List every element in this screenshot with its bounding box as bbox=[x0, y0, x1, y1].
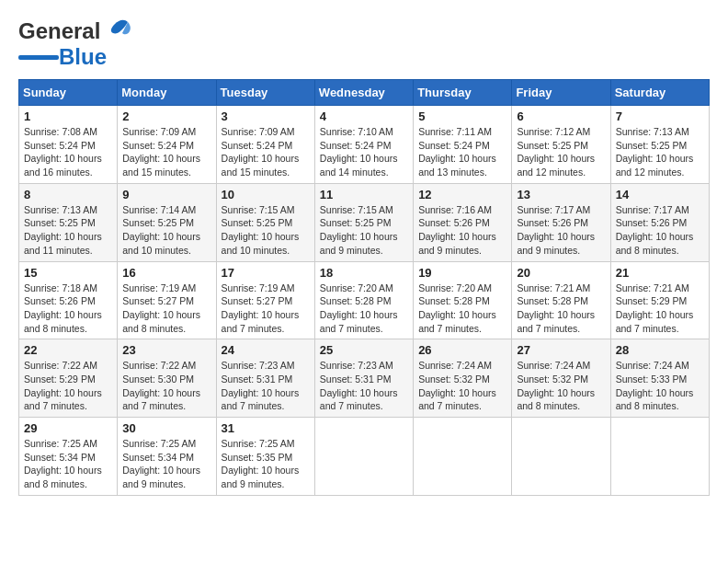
calendar-cell: 27 Sunrise: 7:24 AM Sunset: 5:32 PM Dayl… bbox=[512, 339, 610, 418]
calendar-cell: 7 Sunrise: 7:13 AM Sunset: 5:25 PM Dayli… bbox=[610, 106, 709, 184]
calendar-cell bbox=[512, 418, 610, 496]
calendar-cell: 24 Sunrise: 7:23 AM Sunset: 5:31 PM Dayl… bbox=[216, 339, 314, 418]
day-info: Sunrise: 7:15 AM Sunset: 5:25 PM Dayligh… bbox=[320, 204, 398, 256]
day-info: Sunrise: 7:10 AM Sunset: 5:24 PM Dayligh… bbox=[320, 126, 398, 178]
calendar-header-row: SundayMondayTuesdayWednesdayThursdayFrid… bbox=[19, 80, 710, 106]
logo-general: General bbox=[18, 18, 100, 44]
calendar-cell: 4 Sunrise: 7:10 AM Sunset: 5:24 PM Dayli… bbox=[314, 106, 413, 184]
calendar-week-row: 22 Sunrise: 7:22 AM Sunset: 5:29 PM Dayl… bbox=[19, 339, 710, 418]
day-number: 17 bbox=[222, 266, 310, 280]
day-info: Sunrise: 7:22 AM Sunset: 5:30 PM Dayligh… bbox=[122, 360, 200, 411]
day-number: 14 bbox=[616, 188, 704, 201]
day-info: Sunrise: 7:13 AM Sunset: 5:25 PM Dayligh… bbox=[24, 204, 102, 256]
day-info: Sunrise: 7:24 AM Sunset: 5:32 PM Dayligh… bbox=[418, 360, 496, 411]
day-info: Sunrise: 7:24 AM Sunset: 5:32 PM Dayligh… bbox=[517, 360, 595, 411]
day-info: Sunrise: 7:21 AM Sunset: 5:29 PM Dayligh… bbox=[616, 282, 694, 334]
calendar-body: 1 Sunrise: 7:08 AM Sunset: 5:24 PM Dayli… bbox=[19, 106, 710, 496]
weekday-header-sunday: Sunday bbox=[19, 80, 118, 106]
day-number: 18 bbox=[320, 266, 408, 280]
calendar-cell: 29 Sunrise: 7:25 AM Sunset: 5:34 PM Dayl… bbox=[19, 418, 118, 496]
day-number: 31 bbox=[222, 421, 310, 435]
calendar-week-row: 8 Sunrise: 7:13 AM Sunset: 5:25 PM Dayli… bbox=[19, 183, 710, 261]
calendar-cell: 5 Sunrise: 7:11 AM Sunset: 5:24 PM Dayli… bbox=[414, 106, 512, 184]
day-number: 8 bbox=[24, 188, 112, 201]
day-number: 7 bbox=[616, 109, 704, 123]
day-number: 1 bbox=[24, 109, 112, 123]
day-number: 27 bbox=[517, 343, 605, 357]
calendar-cell: 12 Sunrise: 7:16 AM Sunset: 5:26 PM Dayl… bbox=[414, 183, 512, 261]
calendar-cell: 2 Sunrise: 7:09 AM Sunset: 5:24 PM Dayli… bbox=[118, 106, 216, 184]
day-number: 25 bbox=[320, 343, 408, 357]
day-info: Sunrise: 7:25 AM Sunset: 5:35 PM Dayligh… bbox=[222, 438, 300, 489]
day-number: 23 bbox=[122, 343, 210, 357]
day-number: 29 bbox=[24, 421, 112, 435]
page-header: General Blue bbox=[18, 18, 710, 70]
calendar-cell bbox=[314, 418, 413, 496]
day-info: Sunrise: 7:20 AM Sunset: 5:28 PM Dayligh… bbox=[418, 282, 496, 334]
day-number: 13 bbox=[517, 188, 605, 201]
weekday-header-monday: Monday bbox=[118, 80, 216, 106]
day-info: Sunrise: 7:14 AM Sunset: 5:25 PM Dayligh… bbox=[122, 204, 200, 256]
day-info: Sunrise: 7:18 AM Sunset: 5:26 PM Dayligh… bbox=[24, 282, 102, 334]
day-info: Sunrise: 7:16 AM Sunset: 5:26 PM Dayligh… bbox=[418, 204, 496, 256]
day-info: Sunrise: 7:11 AM Sunset: 5:24 PM Dayligh… bbox=[418, 126, 496, 178]
day-number: 5 bbox=[418, 109, 506, 123]
calendar-cell: 15 Sunrise: 7:18 AM Sunset: 5:26 PM Dayl… bbox=[19, 261, 118, 339]
day-number: 3 bbox=[222, 109, 310, 123]
logo-blue: Blue bbox=[59, 44, 107, 70]
day-number: 20 bbox=[517, 266, 605, 280]
calendar-cell: 8 Sunrise: 7:13 AM Sunset: 5:25 PM Dayli… bbox=[19, 183, 118, 261]
day-number: 10 bbox=[222, 188, 310, 201]
day-info: Sunrise: 7:17 AM Sunset: 5:26 PM Dayligh… bbox=[517, 204, 595, 256]
day-number: 21 bbox=[616, 266, 704, 280]
day-info: Sunrise: 7:23 AM Sunset: 5:31 PM Dayligh… bbox=[320, 360, 398, 411]
day-info: Sunrise: 7:25 AM Sunset: 5:34 PM Dayligh… bbox=[122, 438, 200, 489]
logo: General Blue bbox=[18, 18, 131, 70]
calendar-cell: 13 Sunrise: 7:17 AM Sunset: 5:26 PM Dayl… bbox=[512, 183, 610, 261]
day-info: Sunrise: 7:09 AM Sunset: 5:24 PM Dayligh… bbox=[122, 126, 200, 178]
day-number: 30 bbox=[122, 421, 210, 435]
day-info: Sunrise: 7:23 AM Sunset: 5:31 PM Dayligh… bbox=[222, 360, 300, 411]
weekday-header-thursday: Thursday bbox=[414, 80, 512, 106]
day-number: 4 bbox=[320, 109, 408, 123]
day-number: 2 bbox=[122, 109, 210, 123]
calendar-cell: 25 Sunrise: 7:23 AM Sunset: 5:31 PM Dayl… bbox=[314, 339, 413, 418]
day-info: Sunrise: 7:19 AM Sunset: 5:27 PM Dayligh… bbox=[122, 282, 200, 334]
day-info: Sunrise: 7:17 AM Sunset: 5:26 PM Dayligh… bbox=[616, 204, 694, 256]
day-number: 24 bbox=[222, 343, 310, 357]
day-number: 26 bbox=[418, 343, 506, 357]
weekday-header-saturday: Saturday bbox=[610, 80, 709, 106]
calendar-cell: 11 Sunrise: 7:15 AM Sunset: 5:25 PM Dayl… bbox=[314, 183, 413, 261]
calendar-cell: 19 Sunrise: 7:20 AM Sunset: 5:28 PM Dayl… bbox=[414, 261, 512, 339]
day-info: Sunrise: 7:15 AM Sunset: 5:25 PM Dayligh… bbox=[222, 204, 300, 256]
day-info: Sunrise: 7:22 AM Sunset: 5:29 PM Dayligh… bbox=[24, 360, 102, 411]
day-number: 9 bbox=[122, 188, 210, 201]
day-number: 22 bbox=[24, 343, 112, 357]
calendar-cell: 3 Sunrise: 7:09 AM Sunset: 5:24 PM Dayli… bbox=[216, 106, 314, 184]
day-info: Sunrise: 7:24 AM Sunset: 5:33 PM Dayligh… bbox=[616, 360, 694, 411]
calendar-week-row: 29 Sunrise: 7:25 AM Sunset: 5:34 PM Dayl… bbox=[19, 418, 710, 496]
day-number: 6 bbox=[517, 109, 605, 123]
day-number: 12 bbox=[418, 188, 506, 201]
calendar-cell bbox=[414, 418, 512, 496]
calendar-cell: 18 Sunrise: 7:20 AM Sunset: 5:28 PM Dayl… bbox=[314, 261, 413, 339]
calendar-cell: 16 Sunrise: 7:19 AM Sunset: 5:27 PM Dayl… bbox=[118, 261, 216, 339]
day-info: Sunrise: 7:19 AM Sunset: 5:27 PM Dayligh… bbox=[222, 282, 300, 334]
calendar-week-row: 1 Sunrise: 7:08 AM Sunset: 5:24 PM Dayli… bbox=[19, 106, 710, 184]
calendar-cell: 1 Sunrise: 7:08 AM Sunset: 5:24 PM Dayli… bbox=[19, 106, 118, 184]
day-info: Sunrise: 7:20 AM Sunset: 5:28 PM Dayligh… bbox=[320, 282, 398, 334]
day-number: 15 bbox=[24, 266, 112, 280]
calendar-week-row: 15 Sunrise: 7:18 AM Sunset: 5:26 PM Dayl… bbox=[19, 261, 710, 339]
day-number: 19 bbox=[418, 266, 506, 280]
day-number: 16 bbox=[122, 266, 210, 280]
calendar-cell: 31 Sunrise: 7:25 AM Sunset: 5:35 PM Dayl… bbox=[216, 418, 314, 496]
weekday-header-wednesday: Wednesday bbox=[314, 80, 413, 106]
calendar-cell: 23 Sunrise: 7:22 AM Sunset: 5:30 PM Dayl… bbox=[118, 339, 216, 418]
calendar-table: SundayMondayTuesdayWednesdayThursdayFrid… bbox=[18, 79, 710, 496]
calendar-cell: 6 Sunrise: 7:12 AM Sunset: 5:25 PM Dayli… bbox=[512, 106, 610, 184]
calendar-cell: 17 Sunrise: 7:19 AM Sunset: 5:27 PM Dayl… bbox=[216, 261, 314, 339]
calendar-cell: 9 Sunrise: 7:14 AM Sunset: 5:25 PM Dayli… bbox=[118, 183, 216, 261]
calendar-cell: 21 Sunrise: 7:21 AM Sunset: 5:29 PM Dayl… bbox=[610, 261, 709, 339]
weekday-header-friday: Friday bbox=[512, 80, 610, 106]
calendar-cell: 14 Sunrise: 7:17 AM Sunset: 5:26 PM Dayl… bbox=[610, 183, 709, 261]
